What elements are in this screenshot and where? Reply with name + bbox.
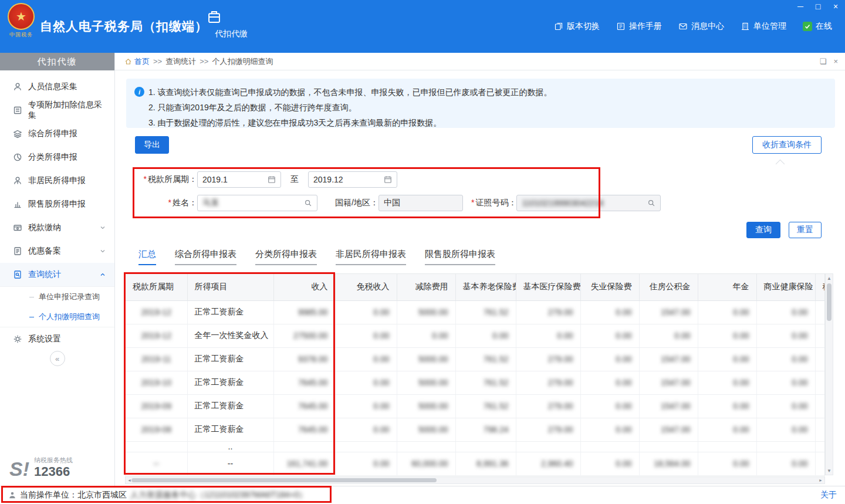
period-to-input[interactable]: 2019.12 xyxy=(308,171,397,188)
scroll-up-arrow[interactable]: ▲ xyxy=(826,274,833,282)
sidebar-item-personnel-info[interactable]: 人员信息采集 xyxy=(0,75,114,99)
table-cell xyxy=(815,300,825,324)
scroll-right-arrow[interactable]: ► xyxy=(817,477,824,483)
search-icon[interactable] xyxy=(647,199,655,207)
sidebar-subitem-individual-withholding-query[interactable]: 个人扣缴明细查询 xyxy=(0,307,114,327)
table-cell: 7645.00 xyxy=(273,371,335,394)
table-row[interactable]: 2019-09正常工资薪金7645.000.005000.00761.52279… xyxy=(126,394,825,418)
table-row[interactable]: 2019-11正常工资薪金9378.000.005000.00761.52279… xyxy=(126,347,825,371)
required-asterisk: * xyxy=(144,174,147,184)
breadcrumb-home[interactable]: 首页 xyxy=(124,56,150,67)
reset-button[interactable]: 重置 xyxy=(789,222,822,238)
table-cell: 0.00 xyxy=(580,452,639,475)
sidebar-item-classified-income[interactable]: 分类所得申报 xyxy=(0,146,114,169)
column-header: 减除费用 xyxy=(397,274,455,300)
table-cell: 761.52 xyxy=(455,347,516,371)
table-row-total[interactable]: ----161,741.000.0060,000.008,991.362,960… xyxy=(126,452,825,475)
tab-nonresident-income[interactable]: 非居民所得申报表 xyxy=(336,249,406,265)
table-cell: 0.00 xyxy=(698,300,756,324)
gear-icon xyxy=(13,334,22,344)
column-header: 基本医疗保险费 xyxy=(516,274,580,300)
table-cell xyxy=(815,347,825,371)
table-cell: 0.00 xyxy=(698,371,756,394)
result-tabs: 汇总 综合所得申报表 分类所得申报表 非居民所得申报表 限售股所得申报表 xyxy=(115,249,822,265)
sidebar-item-nonresident-income[interactable]: 非居民所得申报 xyxy=(0,169,114,192)
scroll-down-arrow[interactable]: ▼ xyxy=(826,466,833,475)
table-cell xyxy=(815,452,825,475)
menu-item-version-switch[interactable]: 版本切换 xyxy=(554,21,600,32)
sidebar-item-system-settings[interactable]: 系统设置 xyxy=(0,327,114,351)
vertical-scrollbar[interactable]: ▲ ▼ xyxy=(825,273,833,475)
table-cell: 1547.00 xyxy=(639,300,698,324)
table-cell: 0.00 xyxy=(580,418,639,441)
about-link[interactable]: 关于 xyxy=(820,490,837,500)
breadcrumb: 首页 >> 查询统计 >> 个人扣缴明细查询 ❏ × xyxy=(115,53,845,70)
menu-item-message-center[interactable]: 消息中心 xyxy=(678,21,724,32)
table-cell xyxy=(639,441,698,452)
table-cell: 5000.00 xyxy=(397,418,455,441)
wallet-icon xyxy=(13,223,22,232)
period-from-input[interactable]: 2019.1 xyxy=(197,171,281,188)
tab-restricted-shares[interactable]: 限售股所得申报表 xyxy=(425,249,495,265)
horizontal-scroll-thumb[interactable] xyxy=(131,478,437,482)
column-header: 所得项目 xyxy=(187,274,273,300)
sidebar-item-label: 查询统计 xyxy=(28,269,61,280)
tab-summary[interactable]: 汇总 xyxy=(138,249,156,265)
table-cell xyxy=(397,441,455,452)
unit-management-icon xyxy=(741,22,750,31)
close-button[interactable]: × xyxy=(831,2,840,11)
close-tab-icon[interactable]: × xyxy=(833,57,838,66)
sidebar-item-special-deduction[interactable]: 专项附加扣除信息采集 xyxy=(0,99,114,122)
nationality-label: 国籍/地区： xyxy=(329,198,378,208)
table-cell: 279.00 xyxy=(516,300,580,324)
search-icon[interactable] xyxy=(304,199,312,207)
sidebar-item-query-statistics[interactable]: 查询统计 xyxy=(0,263,114,286)
calendar-icon[interactable] xyxy=(268,175,276,184)
sidebar-item-tax-payment[interactable]: 税款缴纳 xyxy=(0,216,114,239)
column-header: 免税收入 xyxy=(335,274,397,300)
table-cell: -- xyxy=(187,452,273,475)
sidebar-collapse-button[interactable]: « xyxy=(50,351,65,366)
popout-icon[interactable]: ❏ xyxy=(820,57,827,66)
tab-comprehensive-income[interactable]: 综合所得申报表 xyxy=(175,249,236,265)
menu-item-manual[interactable]: 操作手册 xyxy=(616,21,662,32)
table-cell: 5000.00 xyxy=(397,371,455,394)
column-header: 商业健康保险 xyxy=(756,274,815,300)
module-tab-withholding[interactable]: 代扣代缴 xyxy=(207,9,256,39)
notice-line: 1. 该查询统计表仅能查询已申报成功的数据，不包含未申报、申报失败，已申报但已作… xyxy=(148,84,826,100)
table-row-partial[interactable]: .. xyxy=(126,441,825,452)
table-cell: 0.00 xyxy=(580,300,639,324)
vertical-scroll-thumb[interactable] xyxy=(827,283,832,321)
table-row[interactable]: 2019-10正常工资薪金7645.000.005000.00761.52279… xyxy=(126,371,825,394)
table-cell: 2019-11 xyxy=(126,347,187,371)
table-cell: 0.00 xyxy=(756,347,815,371)
table-cell xyxy=(580,441,639,452)
search-button[interactable]: 查询 xyxy=(746,222,780,238)
export-button[interactable]: 导出 xyxy=(135,136,169,154)
required-asterisk: * xyxy=(471,198,474,207)
horizontal-scrollbar[interactable]: ◄ ► xyxy=(125,476,825,484)
sidebar-item-label: 非居民所得申报 xyxy=(28,175,86,186)
tab-classified-income[interactable]: 分类所得申报表 xyxy=(255,249,317,265)
table-cell: 18,564.00 xyxy=(639,452,698,475)
table-row[interactable]: 2019-12正常工资薪金9985.000.005000.00761.52279… xyxy=(126,300,825,324)
table-row[interactable]: 2019-08正常工资薪金7645.000.005000.00798.24279… xyxy=(126,418,825,441)
table-cell: 0.00 xyxy=(580,347,639,371)
sidebar-subitem-unit-declaration-query[interactable]: 单位申报记录查询 xyxy=(0,287,114,307)
id-number-input[interactable]: 110102199903042218 xyxy=(516,195,661,211)
table-row[interactable]: 2019-12全年一次性奖金收入27500.000.000.000.000.00… xyxy=(126,324,825,347)
sidebar-item-label: 人员信息采集 xyxy=(28,82,77,92)
sidebar-item-comprehensive-income[interactable]: 综合所得申报 xyxy=(0,122,114,146)
nationality-input[interactable]: 中国 xyxy=(378,195,463,211)
name-input[interactable]: 马某 xyxy=(197,195,317,211)
calendar-icon[interactable] xyxy=(384,175,392,184)
collapse-query-button[interactable]: 收折查询条件 xyxy=(752,136,822,154)
sidebar-item-restricted-shares[interactable]: 限售股所得申报 xyxy=(0,192,114,216)
table-cell: 0.00 xyxy=(639,324,698,347)
hotline-block: S! 纳税服务热线 12366 xyxy=(9,456,73,479)
menu-item-online-status[interactable]: 在线 xyxy=(803,21,832,32)
menu-item-unit-management[interactable]: 单位管理 xyxy=(741,21,786,32)
sidebar-item-preferential-filing[interactable]: 优惠备案 xyxy=(0,239,114,263)
table-cell: 正常工资薪金 xyxy=(187,347,273,371)
table-cell: 1547.00 xyxy=(639,371,698,394)
